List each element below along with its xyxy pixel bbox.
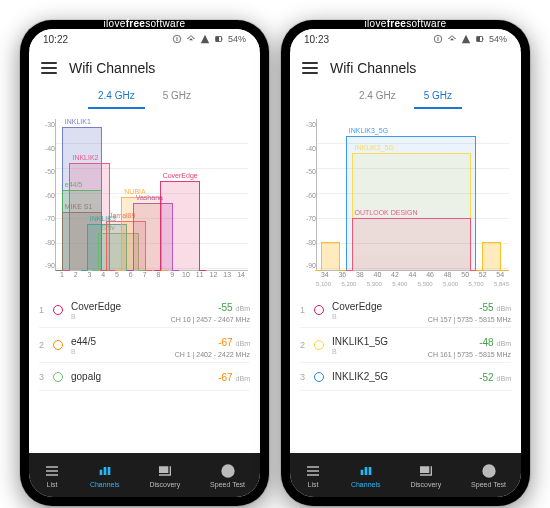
y-tick: -40 [298,145,316,152]
x-tick: 36 [334,271,352,278]
band-tab[interactable]: 2.4 GHz [88,87,145,109]
wifi-trace-label: INKLIK2_5G [355,144,394,151]
band-tab[interactable]: 5 GHz [414,87,462,109]
rssi-value: -48 [479,337,493,348]
x-tick: 6 [124,271,138,278]
channel-info: CH 1 | 2402 - 2422 MHz [175,351,250,358]
row-index: 1 [300,305,306,315]
x-tick: 1 [55,271,69,278]
y-tick: -60 [298,192,316,199]
band-tab[interactable]: 2.4 GHz [349,87,406,109]
wifi-row[interactable]: 3 gopalg -67 dBm [39,363,250,391]
clock: 10:23 [304,34,329,45]
wifi-row[interactable]: 1 CoverEdgeB -55 dBmCH 10 | 2457 - 2467 … [39,293,250,328]
row-index: 2 [300,340,306,350]
wifi-row[interactable]: 3 INKLIK2_5G -52 dBm [300,363,511,391]
menu-icon[interactable] [302,62,318,74]
nav-label: Discovery [149,481,180,488]
x-tick: 7 [138,271,152,278]
ssid-label: INKLIK1_5G [332,336,420,347]
rssi-value: -55 [479,302,493,313]
color-dot [53,305,63,315]
nav-discovery[interactable]: Discovery [149,463,180,488]
wifi-row[interactable]: 2 INKLIK1_5GB -48 dBmCH 161 | 5735 - 581… [300,328,511,363]
y-tick: -50 [37,168,55,175]
rssi-value: -67 [218,337,232,348]
wifi-trace: OUTLOOK DESIGN [352,218,471,270]
channel-chart: -30-40-50-60-70-80-90 INKLIK3_5GINKLIK2_… [296,119,515,289]
wifi-trace-label: e44/5 [65,181,83,188]
x-tick: 4 [96,271,110,278]
ssid-label: gopalg [71,371,210,382]
y-tick: -70 [37,215,55,222]
rssi-unit: dBm [495,305,511,312]
mac-label: B [71,348,167,355]
nav-label: List [308,481,319,488]
nav-speed-test[interactable]: Speed Test [471,463,506,488]
wifi-row[interactable]: 2 e44/5B -67 dBmCH 1 | 2402 - 2422 MHz [39,328,250,363]
ssid-label: CoverEdge [332,301,420,312]
rssi-unit: dBm [495,375,511,382]
band-tabs: 2.4 GHz5 GHz [29,87,260,115]
y-tick: -80 [298,239,316,246]
wifi-trace-label: INKLIK2 [72,154,98,161]
x-tick: 54 [491,271,509,278]
color-dot [314,340,324,350]
y-tick: -60 [37,192,55,199]
color-dot [314,372,324,382]
plot-area: INKLIK3_5GINKLIK2_5GOUTLOOK DESIGN [316,119,509,271]
plot-area: INKLIK1INKLIK2e44/5MIKE S1INKLIK3ShivJam… [55,119,248,271]
nav-channels[interactable]: Channels [351,463,381,488]
y-tick: -70 [298,215,316,222]
status-icons: 54% [172,34,246,44]
app-bar: Wifi Channels [29,49,260,87]
band-tab[interactable]: 5 GHz [153,87,201,109]
ssid-label: CoverEdge [71,301,163,312]
y-tick: -90 [298,262,316,269]
x-tick: 5 [110,271,124,278]
svg-rect-9 [482,38,483,41]
clock: 10:22 [43,34,68,45]
wifi-trace [482,242,501,270]
mac-label: B [332,348,420,355]
nav-label: Channels [90,481,120,488]
x-tick: 46 [421,271,439,278]
wifi-row[interactable]: 1 CoverEdgeB -55 dBmCH 157 | 5735 - 5815… [300,293,511,328]
x-tick: 42 [386,271,404,278]
status-bar: 10:22 54% [29,29,260,49]
x-tick: 2 [69,271,83,278]
channel-info: CH 10 | 2457 - 2467 MHz [171,316,250,323]
wifi-trace-label: CoverEdge [163,172,198,179]
wifi-trace-label: MIKE S1 [65,203,93,210]
x-tick: 14 [234,271,248,278]
wifi-list: 1 CoverEdgeB -55 dBmCH 10 | 2457 - 2467 … [29,289,260,453]
nav-list[interactable]: List [305,463,321,488]
svg-rect-1 [177,37,178,41]
color-dot [53,372,63,382]
ssid-label: INKLIK2_5G [332,371,471,382]
wifi-trace-label: INKLIK1 [65,118,91,125]
menu-icon[interactable] [41,62,57,74]
x-tick: 13 [220,271,234,278]
row-index: 2 [39,340,45,350]
nav-channels[interactable]: Channels [90,463,120,488]
status-bar: 10:23 54% [290,29,521,49]
y-tick: -40 [37,145,55,152]
channel-chart: -30-40-50-60-70-80-90 INKLIK1INKLIK2e44/… [35,119,254,289]
nav-label: Discovery [410,481,441,488]
nav-discovery[interactable]: Discovery [410,463,441,488]
nav-speed-test[interactable]: Speed Test [210,463,245,488]
rssi-unit: dBm [234,305,250,312]
x-axis: 1234567891011121314 [55,269,248,289]
x-tick: 50 [456,271,474,278]
x-tick: 38 [351,271,369,278]
nav-label: Speed Test [210,481,245,488]
wifi-trace-label: INKLIK3_5G [349,127,388,134]
status-icons: 54% [433,34,507,44]
x-tick: 48 [439,271,457,278]
nav-list[interactable]: List [44,463,60,488]
x-tick: 12 [207,271,221,278]
wifi-list: 1 CoverEdgeB -55 dBmCH 157 | 5735 - 5815… [290,289,521,453]
svg-rect-4 [221,38,222,41]
nav-label: Speed Test [471,481,506,488]
